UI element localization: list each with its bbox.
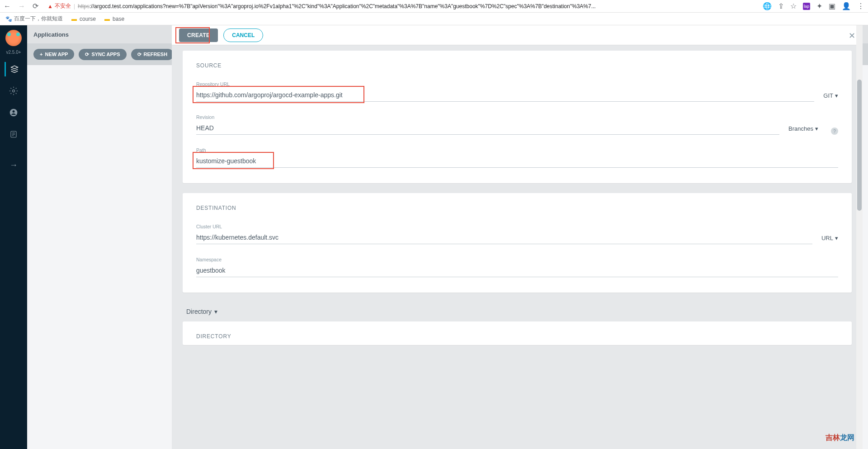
path-field: Path [196, 147, 838, 168]
toggle-label: Directory [186, 308, 212, 315]
close-icon[interactable]: ✕ [849, 31, 855, 41]
card-title: SOURCE [196, 62, 838, 69]
button-label: SYNC APPS [91, 52, 120, 57]
directory-toggle[interactable]: Directory ▾ [183, 302, 852, 321]
back-icon[interactable]: ← [4, 2, 11, 10]
revision-row: Revision Branches ▾ ? [196, 114, 838, 135]
scroll-thumb[interactable] [857, 80, 862, 211]
insecure-label: 不安全 [55, 2, 71, 10]
repo-url-row: Repository URL GIT ▾ [196, 81, 838, 102]
create-app-panel: CREATE CANCEL ✕ SOURCE Repository URL GI… [172, 25, 863, 449]
path-row: Path [196, 147, 838, 168]
sidebar: v2.5.0+ → [0, 25, 27, 449]
caret-down-icon: ▾ [815, 125, 818, 132]
card-title: DESTINATION [196, 205, 838, 211]
panel-header: CREATE CANCEL ✕ [172, 25, 863, 45]
page-title: Applications [33, 31, 69, 38]
forward-icon[interactable]: → [18, 2, 25, 10]
caret-down-icon: ▾ [214, 308, 217, 315]
bookmark-label: course [80, 16, 96, 22]
extensions-icon[interactable]: ✦ [816, 2, 822, 10]
profile-icon[interactable]: 👤 [842, 2, 851, 10]
url-bar[interactable]: ▲ 不安全 | https://argocd.test.com/applicat… [44, 2, 757, 10]
share-icon[interactable]: ⇪ [778, 2, 784, 10]
caret-down-icon: ▾ [835, 92, 838, 99]
bookmarks-bar: 🐾 百度一下，你就知道 ▬ course ▬ base [0, 13, 868, 25]
sidebar-user-icon[interactable] [5, 105, 23, 120]
version-label: v2.5.0+ [6, 50, 21, 55]
panel-body[interactable]: SOURCE Repository URL GIT ▾ Revision [172, 45, 863, 449]
bookmark-label: 百度一下，你就知道 [14, 15, 63, 23]
baidu-icon: 🐾 [5, 16, 12, 22]
svg-point-0 [13, 90, 15, 92]
sidebar-docs-icon[interactable] [5, 127, 23, 142]
new-app-button[interactable]: +NEW APP [33, 49, 74, 60]
button-label: NEW APP [45, 52, 68, 57]
dropdown-label: Branches [788, 125, 813, 132]
menu-icon[interactable]: ⋮ [857, 2, 864, 10]
button-label: REFRESH [144, 52, 168, 57]
card-title: DIRECTORY [196, 333, 838, 340]
namespace-row: Namespace [196, 257, 838, 277]
field-label: Path [196, 147, 838, 153]
path-input[interactable] [196, 155, 838, 168]
cluster-url-row: Cluster URL URL ▾ [196, 224, 838, 244]
watermark: 吉林龙网 [826, 433, 854, 443]
field-label: Revision [196, 114, 779, 120]
folder-icon: ▬ [104, 16, 110, 22]
warning-icon: ▲ [47, 3, 53, 9]
bookmark-course[interactable]: ▬ course [71, 16, 96, 22]
reload-icon[interactable]: ⟳ [33, 2, 38, 10]
directory-card: DIRECTORY [183, 321, 852, 345]
refresh-apps-button[interactable]: ⟳REFRESH [131, 49, 174, 60]
source-card: SOURCE Repository URL GIT ▾ Revision [183, 51, 852, 183]
refresh-icon: ⟳ [137, 52, 142, 57]
watermark-a: 吉林 [826, 434, 840, 441]
nav-icons: ← → ⟳ [4, 2, 38, 10]
sync-apps-button[interactable]: ⟳SYNC APPS [79, 49, 126, 60]
sync-icon: ⟳ [85, 52, 89, 57]
cluster-url-input[interactable] [196, 231, 812, 244]
ext1-icon[interactable]: lap [803, 3, 810, 10]
dropdown-label: GIT [823, 92, 833, 99]
field-label: Repository URL [196, 81, 814, 87]
sidebar-apps-icon[interactable] [5, 62, 23, 76]
namespace-input[interactable] [196, 264, 838, 277]
cancel-button[interactable]: CANCEL [223, 28, 263, 42]
dropdown-label: URL [821, 235, 833, 241]
caret-down-icon: ▾ [835, 235, 838, 241]
toolbar-icons: 🌐 ⇪ ☆ lap ✦ ▣ 👤 ⋮ [763, 2, 864, 10]
bookmark-base[interactable]: ▬ base [104, 16, 124, 22]
panel-icon[interactable]: ▣ [829, 2, 835, 10]
svg-point-2 [13, 110, 15, 113]
revision-type-dropdown[interactable]: Branches ▾ [788, 125, 818, 135]
repo-type-dropdown[interactable]: GIT ▾ [823, 92, 838, 102]
revision-field: Revision [196, 114, 779, 135]
repo-url-input[interactable] [196, 89, 814, 102]
field-label: Namespace [196, 257, 838, 262]
revision-input[interactable] [196, 122, 779, 135]
help-icon[interactable]: ? [831, 128, 838, 135]
sidebar-collapse-icon[interactable]: → [5, 158, 23, 172]
app-root: v2.5.0+ → Applications +NEW APP ⟳SYNC AP… [0, 25, 868, 449]
star-icon[interactable]: ☆ [790, 2, 797, 10]
argo-logo[interactable] [5, 30, 22, 46]
folder-icon: ▬ [71, 16, 77, 22]
cluster-type-dropdown[interactable]: URL ▾ [821, 235, 838, 244]
plus-icon: + [40, 52, 42, 57]
destination-card: DESTINATION Cluster URL URL ▾ Namespace [183, 193, 852, 293]
insecure-badge: ▲ 不安全 [47, 2, 71, 10]
create-button[interactable]: CREATE [179, 28, 218, 42]
bookmark-baidu[interactable]: 🐾 百度一下，你就知道 [5, 15, 63, 23]
sidebar-settings-icon[interactable] [5, 84, 23, 98]
watermark-b: 龙网 [840, 434, 854, 441]
namespace-field: Namespace [196, 257, 838, 277]
repo-url-field: Repository URL [196, 81, 814, 102]
bookmark-label: base [113, 16, 124, 22]
url-text: https://argocd.test.com/applications?new… [78, 3, 596, 9]
field-label: Cluster URL [196, 224, 812, 229]
browser-toolbar: ← → ⟳ ▲ 不安全 | https://argocd.test.com/ap… [0, 0, 868, 13]
scrollbar[interactable] [856, 25, 863, 449]
translate-icon[interactable]: 🌐 [763, 2, 772, 10]
cluster-url-field: Cluster URL [196, 224, 812, 244]
